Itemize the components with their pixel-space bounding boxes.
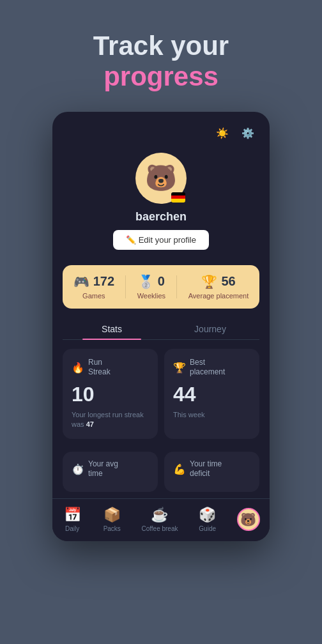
avg-time-card: ⏱️ Your avgtime [63,452,158,492]
stat-divider-2 [176,275,177,298]
coffee-break-icon: ☕ [151,507,168,523]
tab-journey[interactable]: Journey [161,319,259,339]
games-icon: 🎮 [73,274,89,289]
sun-icon[interactable]: ☀️ [213,125,231,142]
placement-stat: 🏆 56 Average placement [188,274,249,300]
flag-badge [171,192,185,203]
stats-banner: 🎮 172 Games 🥈 0 Weeklies 🏆 56 Average pl… [63,265,259,309]
nav-profile[interactable]: 🐻 [229,505,268,533]
run-streak-sub: Your longest run streak was 47 [72,410,149,430]
run-streak-icon: 🔥 [72,362,84,374]
header-line1: Track your [93,31,229,61]
top-bar: ☀️ ⚙️ [63,122,259,148]
nav-guide[interactable]: 🎲 Guide [190,504,226,535]
games-value: 172 [93,274,114,289]
run-streak-card: 🔥 RunStreak 10 Your longest run streak w… [63,349,158,439]
time-deficit-label: Your timedeficit [190,459,222,479]
username: baerchen [135,210,187,224]
games-label: Games [82,292,105,300]
best-placement-sub: This week [173,410,250,420]
packs-label: Packs [103,525,121,532]
time-deficit-icon: 💪 [173,463,186,475]
best-placement-icon: 🏆 [173,362,186,374]
games-stat: 🎮 172 Games [73,274,114,300]
guide-icon: 🎲 [199,507,216,523]
time-deficit-card: 💪 Your timedeficit [164,452,259,492]
bottom-nav: 📅 Daily 📦 Packs ☕ Coffee break 🎲 Guide 🐻 [52,498,270,541]
nav-coffee-break[interactable]: ☕ Coffee break [134,504,185,535]
placement-label: Average placement [188,292,249,300]
profile-section: 🐻 baerchen ✏️ Edit your profile [63,148,259,260]
page-header: Track your progress [80,0,241,112]
stat-cards-grid: 🔥 RunStreak 10 Your longest run streak w… [63,349,259,445]
daily-icon: 📅 [64,507,81,523]
run-streak-value: 10 [72,383,149,406]
weeklies-value: 0 [158,274,165,289]
tab-stats[interactable]: Stats [63,319,161,339]
coffee-break-label: Coffee break [141,525,178,532]
avg-time-label: Your avgtime [88,459,118,479]
phone-card: ☀️ ⚙️ 🐻 baerchen ✏️ Edit your profile 🎮 … [52,112,270,541]
weeklies-icon: 🥈 [138,274,154,289]
weeklies-label: Weeklies [137,292,165,300]
avg-time-icon: ⏱️ [72,463,84,475]
best-placement-card: 🏆 Bestplacement 44 This week [164,349,259,439]
daily-label: Daily [65,525,79,532]
header-line2: progress [93,61,229,92]
nav-daily[interactable]: 📅 Daily [54,504,90,535]
settings-icon[interactable]: ⚙️ [239,125,257,142]
best-placement-label: Bestplacement [190,358,225,378]
profile-avatar-nav: 🐻 [237,508,260,531]
weeklies-stat: 🥈 0 Weeklies [137,274,165,300]
run-streak-label: RunStreak [88,358,111,378]
guide-label: Guide [199,525,216,532]
avatar-container: 🐻 [135,153,187,204]
nav-packs[interactable]: 📦 Packs [94,504,130,535]
edit-profile-button[interactable]: ✏️ Edit your profile [113,230,209,250]
small-cards-row: ⏱️ Your avgtime 💪 Your timedeficit [63,452,259,492]
placement-value: 56 [221,274,235,289]
best-placement-value: 44 [173,383,250,406]
packs-icon: 📦 [103,507,121,523]
placement-icon: 🏆 [201,274,217,289]
stat-divider-1 [125,275,126,298]
tabs-row: Stats Journey [63,319,259,340]
